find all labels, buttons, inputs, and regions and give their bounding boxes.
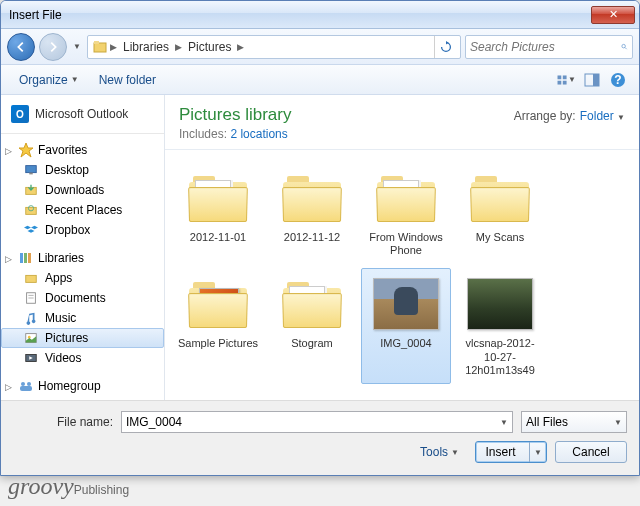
content-header: Pictures library Includes: 2 locations A… — [165, 95, 639, 150]
history-dropdown-icon[interactable]: ▼ — [71, 38, 83, 56]
svg-rect-4 — [558, 75, 562, 79]
dropbox-icon — [23, 222, 39, 238]
navigation-pane: O Microsoft Outlook ▷ Favorites Desktop … — [1, 95, 165, 400]
image-thumbnail — [465, 275, 535, 333]
svg-rect-17 — [20, 253, 23, 263]
forward-button[interactable] — [39, 33, 67, 61]
locations-link[interactable]: 2 locations — [230, 127, 287, 141]
breadcrumb-separator[interactable]: ▶ — [110, 42, 117, 52]
file-filter-dropdown[interactable]: All Files ▼ — [521, 411, 627, 433]
image-thumbnail — [371, 275, 441, 333]
downloads-icon — [23, 182, 39, 198]
preview-pane-button[interactable] — [581, 69, 603, 91]
breadcrumb-separator[interactable]: ▶ — [237, 42, 244, 52]
watermark: groovyPublishing — [8, 473, 129, 500]
location-icon — [92, 39, 108, 55]
sidebar-outlook[interactable]: O Microsoft Outlook — [1, 101, 164, 134]
insert-split-dropdown[interactable]: ▼ — [529, 442, 546, 462]
file-item-label: 2012-11-12 — [284, 231, 340, 244]
sidebar-homegroup-head[interactable]: ▷ Homegroup — [1, 376, 164, 396]
cancel-button[interactable]: Cancel — [555, 441, 627, 463]
svg-rect-29 — [20, 386, 32, 391]
sidebar-item-apps[interactable]: Apps — [1, 268, 164, 288]
view-options-button[interactable]: ▼ — [555, 69, 577, 91]
folder-icon — [277, 169, 347, 227]
svg-rect-7 — [563, 80, 567, 84]
star-icon — [18, 142, 34, 158]
window-title: Insert File — [9, 8, 591, 22]
desktop-icon — [23, 162, 39, 178]
file-item[interactable]: 2012-11-12 — [267, 162, 357, 264]
pictures-icon — [23, 330, 39, 346]
chevron-down-icon[interactable]: ▼ — [500, 418, 508, 427]
homegroup-icon — [18, 378, 34, 394]
file-item[interactable]: From Windows Phone — [361, 162, 451, 264]
sidebar-favorites-head[interactable]: ▷ Favorites — [1, 140, 164, 160]
svg-rect-18 — [24, 253, 27, 263]
file-item[interactable]: vlcsnap-2012-10-27-12h01m13s49 — [455, 268, 545, 384]
folder-icon — [465, 169, 535, 227]
search-input[interactable] — [470, 40, 621, 54]
sidebar-item-documents[interactable]: Documents — [1, 288, 164, 308]
svg-rect-6 — [558, 80, 562, 84]
folder-icon — [23, 270, 39, 286]
file-grid[interactable]: 2012-11-012012-11-12From Windows PhoneMy… — [165, 150, 639, 400]
breadcrumb-pictures[interactable]: Pictures — [184, 38, 235, 56]
navigation-bar: ▼ ▶ Libraries ▶ Pictures ▶ — [1, 29, 639, 65]
svg-point-2 — [622, 44, 626, 48]
sidebar-item-downloads[interactable]: Downloads — [1, 180, 164, 200]
file-item-label: Sample Pictures — [178, 337, 258, 350]
titlebar: Insert File ✕ — [1, 1, 639, 29]
help-button[interactable]: ? — [607, 69, 629, 91]
breadcrumb-libraries[interactable]: Libraries — [119, 38, 173, 56]
svg-text:?: ? — [614, 73, 621, 87]
filename-combobox[interactable]: ▼ — [121, 411, 513, 433]
file-item[interactable]: IMG_0004 — [361, 268, 451, 384]
tools-menu[interactable]: Tools ▼ — [412, 445, 467, 459]
svg-rect-19 — [28, 253, 31, 263]
sidebar-item-desktop[interactable]: Desktop — [1, 160, 164, 180]
dialog-footer: File name: ▼ All Files ▼ Tools ▼ Insert … — [1, 400, 639, 475]
videos-icon — [23, 350, 39, 366]
file-item[interactable]: My Scans — [455, 162, 545, 264]
insert-button[interactable]: Insert ▼ — [475, 441, 547, 463]
breadcrumb-separator[interactable]: ▶ — [175, 42, 182, 52]
new-folder-button[interactable]: New folder — [91, 69, 164, 91]
file-item-label: My Scans — [476, 231, 524, 244]
arrange-by-dropdown[interactable]: Folder ▼ — [580, 109, 625, 123]
arrange-by: Arrange by: Folder ▼ — [514, 105, 625, 123]
filename-label: File name: — [13, 415, 113, 429]
sidebar-item-pictures[interactable]: Pictures — [1, 328, 164, 348]
folder-icon — [277, 275, 347, 333]
sidebar-item-recent[interactable]: Recent Places — [1, 200, 164, 220]
refresh-button[interactable] — [434, 36, 456, 58]
folder-icon — [183, 275, 253, 333]
sidebar-item-music[interactable]: Music — [1, 308, 164, 328]
sidebar-item-dropbox[interactable]: Dropbox — [1, 220, 164, 240]
filename-input[interactable] — [126, 415, 500, 429]
sidebar-libraries-head[interactable]: ▷ Libraries — [1, 248, 164, 268]
search-box[interactable] — [465, 35, 633, 59]
close-button[interactable]: ✕ — [591, 6, 635, 24]
recent-icon — [23, 202, 39, 218]
file-item[interactable]: 2012-11-01 — [173, 162, 263, 264]
toolbar: Organize ▼ New folder ▼ ? — [1, 65, 639, 95]
organize-menu[interactable]: Organize ▼ — [11, 69, 87, 91]
folder-icon — [371, 169, 441, 227]
svg-rect-13 — [29, 173, 33, 175]
address-bar[interactable]: ▶ Libraries ▶ Pictures ▶ — [87, 35, 461, 59]
file-item-label: IMG_0004 — [380, 337, 431, 350]
folder-icon — [183, 169, 253, 227]
file-item-label: Stogram — [291, 337, 333, 350]
file-item[interactable]: Sample Pictures — [173, 268, 263, 384]
dialog-window: Insert File ✕ ▼ ▶ Libraries ▶ Pictures ▶ — [0, 0, 640, 476]
file-item-label: 2012-11-01 — [190, 231, 246, 244]
svg-rect-12 — [26, 166, 37, 173]
content-pane: Pictures library Includes: 2 locations A… — [165, 95, 639, 400]
svg-line-3 — [625, 47, 627, 49]
file-item-label: vlcsnap-2012-10-27-12h01m13s49 — [458, 337, 542, 377]
file-item[interactable]: Stogram — [267, 268, 357, 384]
search-icon — [621, 40, 628, 54]
sidebar-item-videos[interactable]: Videos — [1, 348, 164, 368]
back-button[interactable] — [7, 33, 35, 61]
